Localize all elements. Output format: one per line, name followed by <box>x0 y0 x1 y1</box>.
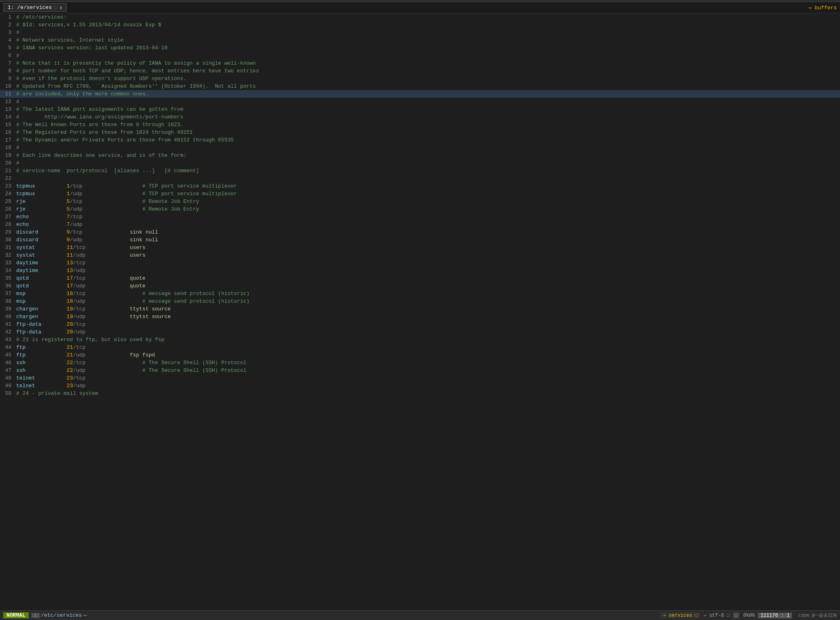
line-19: 19# Each line describes one service, and… <box>0 152 840 159</box>
line-number-10: 10 <box>0 82 15 90</box>
line-number-20: 20 <box>0 159 15 167</box>
line-number-44: 44 <box>0 344 15 351</box>
encoding: ⇒ utf-8 □ <box>703 612 730 618</box>
line-28: 28echo 7/udp <box>0 221 840 228</box>
line-6: 6# <box>0 52 840 59</box>
line-content-50: # 24 - private mail system <box>15 390 98 397</box>
line-content-22 <box>15 175 16 182</box>
line-number-19: 19 <box>0 152 15 159</box>
line-40: 40chargen 19/udp ttytst source <box>0 313 840 321</box>
line-21: 21# service-name port/protocol [aliases … <box>0 167 840 175</box>
line-number-4: 4 <box>0 36 15 44</box>
mode-indicator: NORMAL <box>3 612 29 618</box>
line-number-43: 43 <box>0 336 15 344</box>
line-31: 31systat 11/tcp users <box>0 244 840 251</box>
line-number-15: 15 <box>0 121 15 129</box>
line-number-41: 41 <box>0 321 15 328</box>
line-content-6: # <box>15 52 19 59</box>
tab-bar: 1: /e/services □ ▮ ⇒ buffers <box>0 2 840 13</box>
line-45: 45ftp 21/udp fsp fspd <box>0 351 840 359</box>
line-50: 50# 24 - private mail system <box>0 390 840 397</box>
line-content-33: daytime 13/tcp <box>15 259 130 267</box>
line-content-36: qotd 17/udp quote <box>15 282 146 290</box>
line-17: 17# The Dynamic and/or Private Ports are… <box>0 136 840 144</box>
buffers-label: ⇒ buffers <box>808 4 837 11</box>
line-48: 48telnet 23/tcp <box>0 374 840 382</box>
line-3: 3# <box>0 29 840 36</box>
line-number-50: 50 <box>0 390 15 397</box>
line-24: 24tcpmux 1/udp # TCP port service multip… <box>0 190 840 198</box>
line-content-46: ssh 22/tcp # The Secure Shell (SSH) Prot… <box>15 359 247 367</box>
line-content-40: chargen 19/udp ttytst source <box>15 313 171 321</box>
line-4: 4# Network services, Internet style <box>0 36 840 44</box>
line-number-11: 11 <box>0 90 15 98</box>
line-34: 34daytime 13/udp <box>0 267 840 274</box>
line-number-9: 9 <box>0 75 15 82</box>
line-14: 14# http://www.iana.org/assignments/port… <box>0 113 840 121</box>
line-number-33: 33 <box>0 259 15 267</box>
line-41: 41ftp-data 20/tcp <box>0 321 840 328</box>
line-content-14: # http://www.iana.org/assignments/port-n… <box>15 113 183 121</box>
line-number-3: 3 <box>0 29 15 36</box>
line-number-18: 18 <box>0 144 15 152</box>
line-26: 26rje 5/udp # Remote Job Entry <box>0 205 840 213</box>
line-content-16: # The Registered Ports are those from 10… <box>15 129 193 136</box>
line-content-20: # <box>15 159 19 167</box>
line-content-28: echo 7/udp <box>15 221 130 228</box>
line-content-41: ftp-data 20/tcp <box>15 321 130 328</box>
line-number-29: 29 <box>0 228 15 236</box>
line-25: 25rje 5/tcp # Remote Job Entry <box>0 198 840 205</box>
line-18: 18# <box>0 144 840 152</box>
line-content-3: # <box>15 29 19 36</box>
line-number-28: 28 <box>0 221 15 228</box>
line-content-27: echo 7/tcp <box>15 213 130 221</box>
line-20: 20# <box>0 159 840 167</box>
line-content-32: systat 11/udp users <box>15 251 146 259</box>
line-number-37: 37 <box>0 290 15 297</box>
line-number-8: 8 <box>0 67 15 75</box>
line-number-16: 16 <box>0 129 15 136</box>
line-number-25: 25 <box>0 198 15 205</box>
line-8: 8# port number for both TCP and UDP; hen… <box>0 67 840 75</box>
rect-indicator2: ☐ <box>733 612 739 618</box>
line-10: 10# Updated from RFC 1700, ``Assigned Nu… <box>0 82 840 90</box>
line-number-2: 2 <box>0 21 15 29</box>
line-1: 1# /etc/services: <box>0 13 840 21</box>
line-15: 15# The Well Known Ports are those from … <box>0 121 840 129</box>
line-number-17: 17 <box>0 136 15 144</box>
line-2: 2# $Id: services,v 1.55 2013/04/14 ovasi… <box>0 21 840 29</box>
line-number-38: 38 <box>0 297 15 305</box>
line-33: 33daytime 13/tcp <box>0 259 840 267</box>
line-content-39: chargen 19/tcp ttytst source <box>15 305 171 313</box>
line-number-13: 13 <box>0 105 15 113</box>
rect-indicator: □□ <box>31 613 40 618</box>
line-29: 29discard 9/tcp sink null <box>0 228 840 236</box>
line-content-4: # Network services, Internet style <box>15 36 123 44</box>
arrows-indicator: ↔ <box>84 612 87 618</box>
line-content-7: # Note that it is presently the policy o… <box>15 59 256 67</box>
line-number-22: 22 <box>0 175 15 182</box>
line-number-47: 47 <box>0 367 15 374</box>
line-content-8: # port number for both TCP and UDP; henc… <box>15 67 259 75</box>
line-content-2: # $Id: services,v 1.55 2013/04/14 ovasik… <box>15 21 161 29</box>
line-35: 35qotd 17/tcp quote <box>0 274 840 282</box>
line-11: 11# are included, only the more common o… <box>0 90 840 98</box>
line-content-5: # IANA services version: last updated 20… <box>15 44 167 52</box>
line-37: 37msp 18/tcp # message send protocol (hi… <box>0 290 840 297</box>
line-number-46: 46 <box>0 359 15 367</box>
buffers-button[interactable]: ⇒ buffers <box>808 4 837 11</box>
active-tab[interactable]: 1: /e/services □ ▮ <box>3 3 67 12</box>
line-number-36: 36 <box>0 282 15 290</box>
line-number-23: 23 <box>0 182 15 190</box>
tab-number: 1: /e/services <box>8 4 52 11</box>
line-number: 111176 : 1 <box>758 613 792 618</box>
line-content-18: # <box>15 144 19 152</box>
line-number-39: 39 <box>0 305 15 313</box>
line-9: 9# even if the protocol doesn't support … <box>0 75 840 82</box>
line-content-21: # service-name port/protocol [aliases ..… <box>15 167 199 175</box>
line-36: 36qotd 17/udp quote <box>0 282 840 290</box>
scroll-percent: 0%0% <box>743 613 755 618</box>
line-content-17: # The Dynamic and/or Private Ports are t… <box>15 136 234 144</box>
line-42: 42ftp-data 20/udp <box>0 328 840 336</box>
line-number-48: 48 <box>0 374 15 382</box>
